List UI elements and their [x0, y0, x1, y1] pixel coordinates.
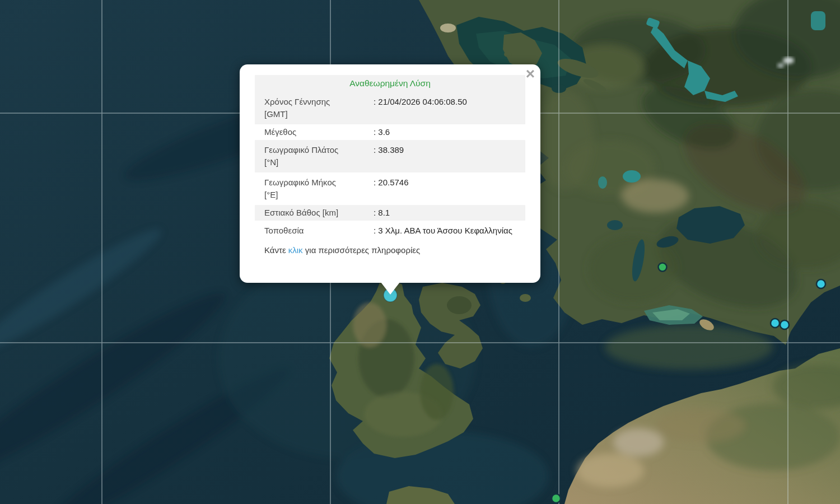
event-marker[interactable] — [816, 279, 825, 288]
table-row-depth: Εστιακό Βάθος [km] : 8.1 — [255, 205, 525, 221]
row-value: : 21/04/2026 04:06:08.50 — [372, 92, 525, 124]
event-marker[interactable] — [780, 320, 789, 329]
more-info-link[interactable]: κλικ — [288, 245, 303, 255]
row-value: : 20.5746 — [372, 172, 525, 205]
table-row-latitude: Γεωγραφικό Πλάτος [°N] : 38.389 — [255, 140, 525, 172]
row-label: Χρόνος Γέννησης [GMT] — [255, 92, 372, 124]
event-marker[interactable] — [659, 263, 667, 272]
event-info-table: Αναθεωρημένη Λύση Χρόνος Γέννησης [GMT] … — [255, 75, 525, 241]
row-label: Μέγεθος — [255, 124, 372, 140]
footer-text: Κάντε — [264, 245, 288, 255]
event-marker[interactable] — [552, 494, 561, 503]
popup-footer: Κάντε κλικ για περισσότερες πληροφορίες — [255, 244, 525, 257]
row-value: : 3 Χλμ. ΑΒΑ του Άσσου Κεφαλληνίας — [372, 221, 525, 241]
row-value: : 3.6 — [372, 124, 525, 140]
event-marker[interactable] — [771, 319, 780, 328]
table-row-location: Τοποθεσία : 3 Χλμ. ΑΒΑ του Άσσου Κεφαλλη… — [255, 221, 525, 241]
popup-title: Αναθεωρημένη Λύση — [255, 75, 525, 92]
row-label: Τοποθεσία — [255, 221, 372, 241]
row-label: Γεωγραφικό Μήκος [°E] — [255, 172, 372, 205]
table-row-magnitude: Μέγεθος : 3.6 — [255, 124, 525, 140]
table-row-longitude: Γεωγραφικό Μήκος [°E] : 20.5746 — [255, 172, 525, 205]
row-value: : 8.1 — [372, 205, 525, 221]
row-value: : 38.389 — [372, 140, 525, 172]
table-row-origin-time: Χρόνος Γέννησης [GMT] : 21/04/2026 04:06… — [255, 92, 525, 124]
popup-tail — [381, 282, 400, 295]
row-label: Γεωγραφικό Πλάτος [°N] — [255, 140, 372, 172]
row-label: Εστιακό Βάθος [km] — [255, 205, 372, 221]
close-icon[interactable]: × — [526, 66, 535, 83]
event-info-popup: × Αναθεωρημένη Λύση Χρόνος Γέννησης [GMT… — [240, 64, 540, 283]
footer-text: για περισσότερες πληροφορίες — [303, 245, 421, 255]
